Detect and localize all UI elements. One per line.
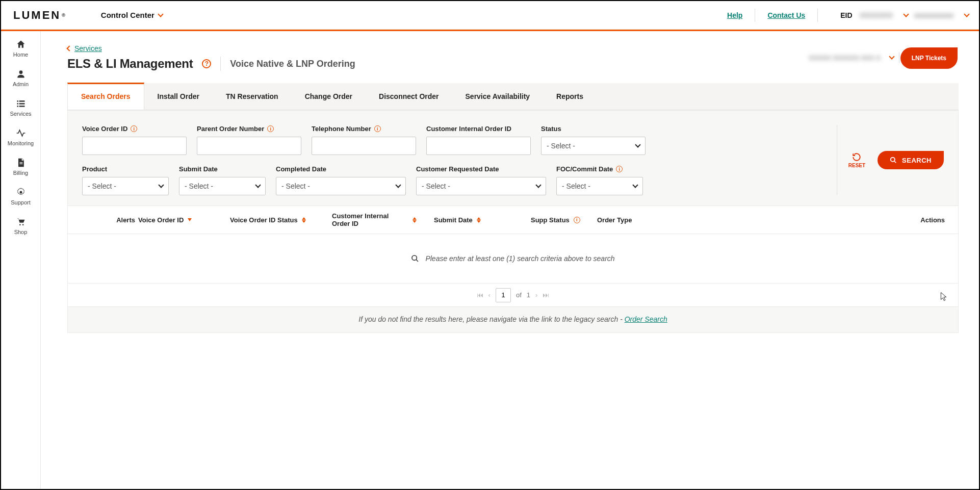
telephone-number-input[interactable] [312, 137, 416, 155]
info-icon[interactable]: i [131, 125, 137, 132]
reset-button[interactable]: RESET [848, 152, 865, 168]
home-icon [16, 39, 26, 49]
breadcrumb: Services [67, 44, 959, 53]
status-label: Status [541, 125, 646, 133]
sort-icon [412, 217, 417, 223]
results: Alerts Voice Order ID Voice Order ID Sta… [67, 206, 959, 333]
help-link[interactable]: Help [727, 11, 742, 19]
user-dropdown[interactable]: xxxxxxxxxxx [914, 11, 969, 19]
column-alerts[interactable]: Alerts [102, 216, 138, 224]
tab-tn-reservation[interactable]: TN Reservation [213, 83, 292, 110]
legacy-order-search-link[interactable]: Order Search [625, 315, 667, 323]
info-icon[interactable]: i [267, 125, 274, 132]
main: Services ELS & LI Management ? Voice Nat… [41, 31, 979, 489]
control-center-label: Control Center [101, 11, 154, 19]
tab-label: Install Order [158, 92, 199, 100]
sidebar-item-services[interactable]: Services [1, 98, 40, 117]
control-center-dropdown[interactable]: Control Center [101, 11, 163, 19]
divider [755, 9, 755, 22]
column-voice-order-id-status[interactable]: Voice Order ID Status [230, 216, 332, 224]
tab-change-order[interactable]: Change Order [292, 83, 366, 110]
chevron-left-icon [66, 45, 72, 51]
page-input[interactable] [496, 288, 511, 302]
sort-icon [477, 217, 481, 223]
customer-internal-order-id-input[interactable] [426, 137, 531, 155]
parent-order-number-input[interactable] [197, 137, 301, 155]
eid-dropdown[interactable]: EID XXXXXXX [840, 11, 908, 19]
svg-point-12 [891, 158, 895, 162]
divider [817, 9, 818, 22]
svg-point-11 [22, 224, 23, 226]
sidebar-item-home[interactable]: Home [1, 39, 40, 58]
list-icon [16, 98, 26, 109]
voice-order-id-input[interactable] [82, 137, 187, 155]
column-header-text: Submit Date [434, 216, 473, 224]
sidebar-item-label: Monitoring [8, 140, 34, 146]
chevron-down-icon [395, 182, 401, 188]
sidebar-item-label: Admin [13, 81, 29, 87]
lnp-tickets-button[interactable]: LNP Tickets [900, 47, 958, 69]
submit-date-select[interactable]: - Select - [179, 177, 266, 195]
tab-label: Disconnect Order [379, 92, 439, 100]
tab-install-order[interactable]: Install Order [144, 83, 213, 110]
first-page-button[interactable]: ⏮ [477, 291, 483, 299]
svg-rect-6 [19, 106, 24, 107]
select-placeholder: - Select - [281, 182, 310, 190]
info-icon[interactable]: i [616, 166, 623, 172]
reset-icon [852, 152, 862, 162]
field-label-text: Telephone Number [312, 125, 371, 133]
filter-actions: RESET SEARCH [837, 125, 944, 195]
column-supp-status[interactable]: Supp Statusi [531, 216, 597, 224]
select-placeholder: - Select - [185, 182, 213, 190]
divider [899, 52, 899, 63]
next-page-button[interactable]: › [535, 291, 537, 299]
account-picker[interactable]: XXXXX XXXXXX XXX X [809, 52, 899, 63]
column-voice-order-id[interactable]: Voice Order ID [138, 216, 230, 224]
prev-page-button[interactable]: ‹ [488, 291, 491, 299]
sidebar-item-shop[interactable]: Shop [1, 217, 40, 235]
account-name: XXXXX XXXXXX XXX X [809, 54, 881, 62]
contact-link[interactable]: Contact Us [767, 11, 805, 19]
tab-label: Search Orders [81, 92, 131, 100]
svg-point-9 [19, 191, 22, 194]
sidebar-item-billing[interactable]: Billing [1, 158, 40, 176]
tab-search-orders[interactable]: Search Orders [67, 83, 144, 110]
sidebar-item-label: Billing [13, 170, 28, 176]
sidebar-item-support[interactable]: Support [1, 187, 40, 205]
column-actions: Actions [694, 216, 949, 224]
column-header-text: Voice Order ID Status [230, 216, 298, 224]
sidebar-item-monitoring[interactable]: Monitoring [1, 128, 40, 146]
column-order-type[interactable]: Order Type [597, 216, 694, 224]
chevron-down-icon [158, 11, 163, 17]
info-icon[interactable]: i [374, 125, 381, 132]
column-header-text: Order Type [597, 216, 632, 224]
svg-point-10 [19, 224, 21, 226]
logo-text: LUMEN [13, 9, 61, 22]
status-select[interactable]: - Select - [541, 137, 646, 155]
foc-commit-date-label: FOC/Commit Datei [556, 165, 643, 173]
lnp-tickets-label: LNP Tickets [912, 55, 946, 62]
svg-rect-7 [19, 162, 22, 163]
product-select[interactable]: - Select - [82, 177, 169, 195]
breadcrumb-services[interactable]: Services [74, 44, 102, 53]
search-icon [411, 254, 419, 263]
completed-date-select[interactable]: - Select - [276, 177, 406, 195]
last-page-button[interactable]: ⏭ [543, 291, 549, 299]
search-button[interactable]: SEARCH [878, 151, 944, 169]
user-icon [16, 69, 26, 79]
help-icon[interactable]: ? [202, 59, 211, 68]
column-customer-internal-order-id[interactable]: Customer Internal Order ID [332, 212, 434, 227]
column-submit-date[interactable]: Submit Date [434, 216, 531, 224]
legacy-search-note: If you do not find the results here, ple… [68, 306, 958, 332]
info-icon[interactable]: i [574, 217, 580, 223]
cart-icon [16, 217, 26, 227]
column-header-text: Alerts [116, 216, 135, 224]
tab-service-availability[interactable]: Service Availability [452, 83, 544, 110]
foc-commit-date-select[interactable]: - Select - [556, 177, 643, 195]
eid-value: XXXXXXX [860, 11, 893, 19]
tab-reports[interactable]: Reports [543, 83, 597, 110]
tab-disconnect-order[interactable]: Disconnect Order [366, 83, 452, 110]
sidebar-item-admin[interactable]: Admin [1, 69, 40, 87]
completed-date-label: Completed Date [276, 165, 406, 173]
customer-requested-date-select[interactable]: - Select - [416, 177, 546, 195]
